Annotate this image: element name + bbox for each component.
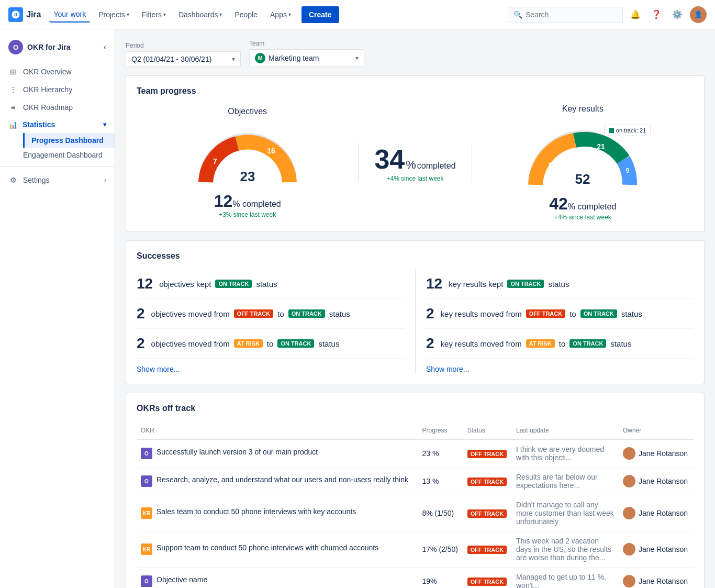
col-progress: Progress xyxy=(418,421,463,440)
dashboards-chevron: ▾ xyxy=(219,12,222,17)
kr-since: +4% since last week xyxy=(549,214,616,221)
okr-progress: 8% (1/50) xyxy=(418,495,463,531)
on-track-badge-kr-3: ON TRACK xyxy=(569,339,606,348)
statistics-chevron: ▾ xyxy=(103,121,106,128)
search-box[interactable]: 🔍 xyxy=(508,7,623,23)
objectives-gauge-svg: 23 7 16 xyxy=(195,125,300,187)
sidebar-item-settings[interactable]: ⚙ Settings › xyxy=(0,171,115,189)
sidebar-item-okr-hierarchy[interactable]: ⋮ OKR Hierarchy xyxy=(0,81,115,98)
help-button[interactable]: ❓ xyxy=(648,6,665,23)
filters-nav[interactable]: Filters ▾ xyxy=(138,7,170,22)
success-row-obj-3: 2 objectives moved from AT RISK to ON TR… xyxy=(137,329,405,359)
apps-chevron: ▾ xyxy=(288,12,291,17)
sidebar-item-okr-roadmap[interactable]: ≡ OKR Roadmap xyxy=(0,98,115,116)
owner-avatar xyxy=(623,507,635,519)
sidebar-collapse-button[interactable]: ‹ xyxy=(104,42,106,52)
okr-table: OKR Progress Status Last update Owner O … xyxy=(137,421,694,588)
kr-legend-text: on track: 21 xyxy=(616,127,646,134)
logo-text: Jira xyxy=(26,10,41,19)
owner-name: Jane Rotanson xyxy=(639,509,688,517)
sidebar-item-progress-dashboard[interactable]: Progress Dashboard xyxy=(23,133,115,148)
success-num-2-kr-at: 2 xyxy=(426,335,434,352)
settings-chevron: › xyxy=(104,176,106,184)
topnav-right: 🔍 🔔 ❓ ⚙️ 👤 xyxy=(508,6,707,23)
okr-name: Objective name xyxy=(157,575,207,584)
okr-progress: 19% xyxy=(418,568,463,589)
filters-chevron: ▾ xyxy=(163,12,166,17)
on-track-badge-1: ON TRACK xyxy=(215,280,252,288)
user-avatar[interactable]: 👤 xyxy=(690,6,707,23)
projects-nav[interactable]: Projects ▾ xyxy=(94,7,133,22)
okr-owner: Jane Rotanson xyxy=(619,468,694,495)
your-work-nav[interactable]: Your work xyxy=(49,7,90,23)
objectives-section: Objectives 23 7 xyxy=(137,107,358,218)
okr-last-update: This week had 2 vacation days in the US,… xyxy=(512,531,619,568)
okr-owner: Jane Rotanson xyxy=(619,568,694,589)
dashboards-nav[interactable]: Dashboards ▾ xyxy=(174,7,227,22)
apps-nav[interactable]: Apps ▾ xyxy=(266,7,295,22)
on-track-badge-kr-1: ON TRACK xyxy=(507,280,544,288)
owner-avatar xyxy=(623,475,635,487)
kr-percent: 42 xyxy=(549,194,568,213)
main-content: Period Q2 (01/04/21 - 30/06/21) ▾ Team M… xyxy=(115,29,715,588)
period-filter-group: Period Q2 (01/04/21 - 30/06/21) ▾ xyxy=(126,42,241,67)
okr-progress: 17% (2/50) xyxy=(418,531,463,568)
notifications-button[interactable]: 🔔 xyxy=(627,6,644,23)
success-num-2-obj-at: 2 xyxy=(137,335,145,352)
table-row: O Objective name 19% OFF TRACK Managed t… xyxy=(137,568,694,589)
okr-progress: 13 % xyxy=(418,468,463,495)
owner-avatar xyxy=(623,543,635,556)
successes-left-show-more[interactable]: Show more... xyxy=(137,365,405,373)
sidebar-header: O OKR for Jira ‹ xyxy=(0,36,115,63)
objectives-label: Objectives xyxy=(228,107,267,116)
owner-name: Jane Rotanson xyxy=(639,545,688,553)
svg-text:52: 52 xyxy=(575,171,590,187)
table-row: KR Sales team to conduct 50 phone interv… xyxy=(137,495,694,531)
owner-avatar xyxy=(623,575,635,587)
okr-name-cell: KR Sales team to conduct 50 phone interv… xyxy=(137,495,418,531)
successes-right-show-more[interactable]: Show more... xyxy=(426,365,694,373)
logo-area: Jira xyxy=(8,7,41,22)
okr-off-track-card: OKRs off track OKR Progress Status Last … xyxy=(126,393,705,588)
team-select[interactable]: M Marketing team ▾ xyxy=(249,49,364,67)
jira-icon xyxy=(8,7,23,22)
svg-text:9: 9 xyxy=(626,167,630,174)
obj-completed: % completed xyxy=(232,199,281,208)
okr-off-track-title: OKRs off track xyxy=(137,404,694,413)
off-track-badge-kr-1: OFF TRACK xyxy=(526,309,566,318)
successes-card: Successes 12 objectives kept ON TRACK st… xyxy=(126,240,705,384)
key-results-gauge: on track: 21 52 xyxy=(525,122,640,190)
col-last-update: Last update xyxy=(512,421,619,440)
kr-stats: 42% completed +4% since last week xyxy=(549,194,616,221)
col-owner: Owner xyxy=(619,421,694,440)
settings-button[interactable]: ⚙️ xyxy=(669,6,686,23)
okr-name: Successfully launch version 3 of our mai… xyxy=(157,448,318,456)
team-label: Team xyxy=(249,40,364,47)
okr-hierarchy-icon: ⋮ xyxy=(8,85,18,94)
team-value: Marketing team xyxy=(269,54,319,62)
key-results-section: Key results on track: 21 xyxy=(472,104,694,221)
svg-text:23: 23 xyxy=(240,169,255,184)
okr-status: OFF TRACK xyxy=(463,468,512,495)
obj-since: +3% since last week xyxy=(214,211,281,218)
legend-dot xyxy=(609,128,614,133)
search-input[interactable] xyxy=(526,10,617,19)
people-nav[interactable]: People xyxy=(230,7,262,22)
team-initial: M xyxy=(255,53,265,63)
sidebar-item-okr-overview[interactable]: ⊞ OKR Overview xyxy=(0,63,115,81)
off-track-status-badge: OFF TRACK xyxy=(467,578,507,586)
sidebar-item-engagement-dashboard[interactable]: Engagement Dashboard xyxy=(23,148,115,162)
svg-text:21: 21 xyxy=(597,142,606,151)
okr-roadmap-icon: ≡ xyxy=(8,103,18,112)
okr-name-cell: O Objective name xyxy=(137,568,418,589)
success-row-kr-1: 12 key results kept ON TRACK status xyxy=(426,269,694,299)
kr-completed: % completed xyxy=(568,202,617,211)
create-button[interactable]: Create xyxy=(301,6,339,23)
okr-table-header-row: OKR Progress Status Last update Owner xyxy=(137,421,694,440)
off-track-badge-1: OFF TRACK xyxy=(234,309,274,318)
statistics-toggle[interactable]: 📊 Statistics ▾ xyxy=(0,116,115,133)
sidebar-divider xyxy=(0,167,115,167)
key-results-label: Key results xyxy=(562,104,604,114)
okr-status: OFF TRACK xyxy=(463,568,512,589)
period-select[interactable]: Q2 (01/04/21 - 30/06/21) ▾ xyxy=(126,51,241,67)
